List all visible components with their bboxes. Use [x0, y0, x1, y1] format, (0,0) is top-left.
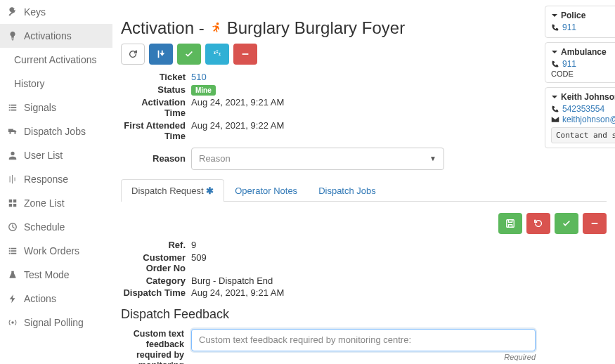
- svg-rect-5: [592, 223, 598, 224]
- sidebar-item-zone-list[interactable]: Zone List: [0, 191, 112, 215]
- sidebar-item-label: History: [14, 78, 45, 89]
- chevron-down-icon: ▼: [429, 155, 436, 162]
- sidebar-item-signals[interactable]: Signals: [0, 96, 112, 119]
- list-icon: [7, 102, 18, 113]
- sidebar-item-schedule[interactable]: Schedule: [0, 215, 112, 239]
- sidebar-item-label: Test Mode: [24, 269, 70, 280]
- zone-icon: [7, 197, 18, 209]
- sidebar-item-response[interactable]: Response: [0, 167, 112, 191]
- order-value: 509: [191, 252, 607, 263]
- sidebar-item-label: Signals: [24, 102, 56, 113]
- user-icon: [7, 150, 18, 161]
- person-email[interactable]: keithjohnson@: [551, 115, 615, 124]
- sidebar-item-label: Signal Polling: [24, 317, 84, 328]
- list-icon: [7, 245, 18, 256]
- svg-rect-3: [242, 53, 249, 55]
- sidebar: Keys Activations Current Activations His…: [0, 0, 112, 364]
- svg-rect-4: [507, 220, 514, 228]
- sidebar-item-history[interactable]: History: [0, 72, 112, 96]
- asterisk-icon: ✱: [206, 186, 214, 196]
- person-phone[interactable]: 542353554: [551, 104, 615, 114]
- police-card: Police 911: [545, 6, 615, 38]
- custom-text-input[interactable]: [191, 329, 536, 351]
- sidebar-item-label: Response: [24, 174, 68, 185]
- sidebar-item-dispatch-jobs[interactable]: Dispatch Jobs: [0, 119, 112, 143]
- undo-button[interactable]: [526, 213, 550, 234]
- status-label: Status: [121, 84, 191, 96]
- person-title: Keith Johnson: [561, 92, 615, 102]
- flask-icon: [7, 269, 18, 280]
- sidebar-item-current-activations[interactable]: Current Activations: [0, 48, 112, 72]
- sidebar-item-work-orders[interactable]: Work Orders: [0, 239, 112, 263]
- first-attended-label: First Attended Time: [121, 120, 191, 142]
- truck-icon: [7, 126, 18, 137]
- status-badge: Mine: [191, 85, 216, 96]
- bulb-icon: [7, 30, 18, 41]
- contact-panel: Police 911 Ambulance 911 CODE Keith John…: [545, 6, 615, 148]
- accept-button[interactable]: [177, 44, 201, 65]
- ambulance-card: Ambulance 911 CODE: [545, 42, 615, 83]
- assign-button[interactable]: [149, 44, 173, 65]
- sidebar-item-activations[interactable]: Activations: [0, 24, 112, 48]
- page-title: Activation - Burglary Burglary Foyer: [121, 18, 607, 38]
- ticket-label: Ticket: [121, 72, 191, 83]
- running-icon: [209, 21, 223, 35]
- dispatch-toolbar: [121, 213, 607, 234]
- ref-label: Ref.: [121, 240, 191, 251]
- sidebar-item-test-mode[interactable]: Test Mode: [0, 263, 112, 287]
- reason-label: Reason: [121, 153, 191, 164]
- tab-dispatch-request[interactable]: Dispatch Request ✱: [121, 179, 224, 202]
- chevron-down-icon: [551, 48, 558, 56]
- main-content: Activation - Burglary Burglary Foyer Tic…: [112, 0, 615, 364]
- ref-value: 9: [191, 240, 607, 250]
- svg-point-1: [11, 321, 14, 324]
- dispatch-feedback-heading: Dispatch Feedback: [121, 307, 607, 322]
- sidebar-item-label: Keys: [24, 6, 46, 18]
- bolt-icon: [7, 293, 18, 304]
- sidebar-item-label: Activations: [24, 30, 72, 41]
- envelope-icon: [551, 115, 559, 124]
- tab-operator-notes[interactable]: Operator Notes: [224, 179, 308, 202]
- signal-icon: [7, 317, 18, 328]
- ambulance-phone[interactable]: 911: [551, 59, 615, 69]
- ambulance-code: CODE: [551, 70, 615, 78]
- required-note: Required: [191, 351, 536, 361]
- phone-icon: [551, 23, 559, 32]
- remove-button[interactable]: [233, 44, 257, 65]
- activation-toolbar: [121, 44, 607, 65]
- sidebar-item-label: Actions: [24, 293, 56, 304]
- response-icon: [7, 174, 18, 185]
- police-phone[interactable]: 911: [551, 22, 615, 32]
- save-button[interactable]: [498, 213, 522, 234]
- dispatch-time-label: Dispatch Time: [121, 287, 191, 299]
- order-label: Customer Order No: [121, 252, 191, 274]
- tab-dispatch-jobs[interactable]: Dispatch Jobs: [308, 179, 387, 202]
- svg-point-2: [216, 22, 219, 25]
- phone-icon: [551, 60, 559, 68]
- sidebar-item-label: Work Orders: [24, 245, 79, 256]
- refresh-button[interactable]: [121, 44, 145, 65]
- sidebar-item-label: Dispatch Jobs: [24, 126, 86, 137]
- confirm-button[interactable]: [555, 213, 578, 234]
- sidebar-item-label: User List: [24, 150, 63, 161]
- chevron-down-icon: [551, 93, 558, 100]
- tabs: Dispatch Request ✱ Operator Notes Dispat…: [121, 178, 607, 202]
- key-icon: [7, 6, 18, 18]
- clock-icon: [7, 221, 18, 233]
- sidebar-item-keys[interactable]: Keys: [0, 0, 112, 24]
- sidebar-item-actions[interactable]: Actions: [0, 287, 112, 311]
- sidebar-item-user-list[interactable]: User List: [0, 143, 112, 167]
- ticket-link[interactable]: 510: [191, 72, 207, 82]
- chevron-down-icon: [551, 12, 558, 19]
- person-card: Keith Johnson 542353554 keithjohnson@ Co…: [545, 87, 615, 148]
- ambulance-title: Ambulance: [561, 47, 607, 57]
- delete-button[interactable]: [583, 213, 607, 234]
- category-value: Burg - Dispatch End: [191, 275, 607, 286]
- snooze-button[interactable]: [205, 44, 229, 65]
- custom-text-label: Custom text feedback required by monitor…: [121, 329, 191, 364]
- reason-select[interactable]: Reason ▼: [191, 148, 444, 170]
- sidebar-item-signal-polling[interactable]: Signal Polling: [0, 311, 112, 334]
- sidebar-item-label: Current Activations: [14, 54, 97, 65]
- police-title: Police: [561, 11, 585, 20]
- category-label: Category: [121, 275, 191, 287]
